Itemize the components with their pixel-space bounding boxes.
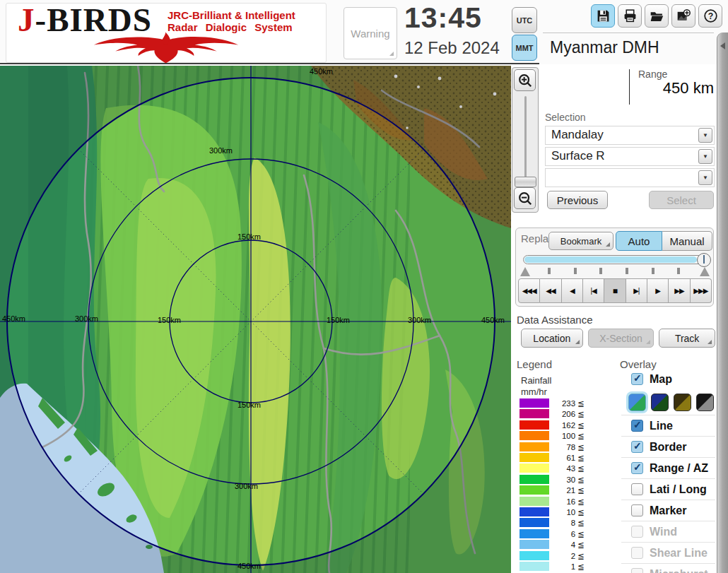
save-button[interactable] [591,4,615,28]
site-dropdown-button[interactable]: ▼ [698,128,712,143]
help-button[interactable]: ? [698,4,722,28]
bookmark-label: Bookmark [560,236,602,247]
track-button[interactable]: Track [659,329,715,348]
help-icon: ? [703,8,718,23]
legend-color-swatch [519,409,549,418]
menu-corner-icon [606,242,610,247]
add-image-icon [676,8,691,23]
replay-manual-button[interactable]: Manual [662,231,712,251]
header-divider [0,63,539,64]
map-style-swatch[interactable] [674,394,691,411]
overlay-item-label: Map [650,373,672,386]
overlay-item-line[interactable]: ✓Line [621,415,715,436]
site-dropdown[interactable]: Mandalay ▼ [545,126,715,145]
checkbox[interactable]: ✓ [631,373,643,385]
map-style-swatch[interactable] [651,394,669,411]
step-forward-button[interactable]: ▶| [626,278,647,303]
play-backward-button[interactable]: ◀ [562,278,583,303]
legend-color-swatch [519,562,549,571]
bookmark-button[interactable]: Bookmark [548,232,613,250]
legend-unit-line1: Rainfall [521,375,551,386]
legend-color-swatch [519,398,549,408]
print-button[interactable] [618,4,642,28]
range-label: Range [638,69,667,80]
checkbox[interactable] [631,483,643,495]
radar-map-display[interactable]: 450km300km150km150km300km450km450km300km… [0,66,511,573]
fast-rewind-3-button[interactable]: ◀◀◀ [518,278,540,303]
overlay-item-shear-line[interactable]: Shear Line [621,542,715,563]
checkbox[interactable]: ✓ [631,441,643,453]
zoom-in-button[interactable] [514,69,536,91]
legend-color-swatch [519,507,549,516]
checkbox[interactable] [631,504,643,516]
legend-entry: 16 ≦ [519,497,587,507]
fast-rewind-2-button[interactable]: ◀◀ [540,278,561,303]
add-image-button[interactable] [671,4,695,28]
legend-entries: 233 ≦206 ≦162 ≦100 ≦78 ≦61 ≦43 ≦30 ≦21 ≦… [519,398,587,573]
legend-value: 6 ≦ [552,529,585,539]
toolbar-divider [543,33,714,33]
warning-button[interactable]: Warning [344,7,397,59]
map-style-swatch[interactable] [696,394,714,411]
previous-button[interactable]: Previous [547,191,608,209]
station-title: Myanmar DMH [550,38,659,57]
range-ring-label: 450km [2,314,25,323]
legend-value: 16 ≦ [552,497,585,507]
legend-entry: 78 ≦ [519,442,587,452]
legend-entry: 10 ≦ [519,507,587,517]
overlay-item-map[interactable]: ✓Map [621,369,715,389]
select-button[interactable]: Select [649,191,714,209]
overlay-item-border[interactable]: ✓Border [621,436,715,457]
legend-label: Legend [517,358,552,370]
fast-forward-3-button[interactable]: ▶▶▶ [691,278,712,303]
menu-corner-icon [646,340,650,344]
eagle-logo-icon [13,32,319,64]
overlay-item-range-az[interactable]: ✓Range / AZ [621,457,715,478]
legend-entry: 6 ≦ [519,529,587,539]
zoom-slider-thumb[interactable] [515,177,536,187]
map-style-swatch[interactable] [628,394,646,411]
range-ring-label: 300km [209,146,233,155]
stop-button[interactable]: ■ [604,278,626,303]
x-section-button[interactable]: X-Section [588,329,654,348]
legend-entry: 61 ≦ [519,453,587,463]
overlay-item-microburst[interactable]: Microburst [621,563,715,573]
checkbox[interactable] [631,526,643,538]
legend-color-swatch [519,497,549,506]
overlay-item-label: Marker [650,504,686,517]
legend-value: 21 ≦ [552,485,585,495]
product-dropdown-button[interactable]: ▼ [698,149,712,164]
legend-value: 10 ≦ [552,507,585,517]
open-folder-button[interactable] [645,4,669,28]
panel-splitter[interactable] [717,33,728,573]
checkbox[interactable] [631,568,643,573]
print-icon [623,8,638,23]
option-dropdown-button[interactable]: ▼ [698,170,712,185]
replay-slider-track[interactable] [523,255,706,264]
chevron-down-icon: ▼ [703,132,708,138]
replay-auto-button[interactable]: Auto [616,231,662,251]
checkbox[interactable] [631,547,643,559]
checkbox[interactable]: ✓ [631,462,643,474]
option-dropdown[interactable]: ▼ [545,168,715,187]
play-button[interactable]: ▶ [647,278,669,303]
zoom-slider-track[interactable] [524,96,527,178]
overlay-item-marker[interactable]: Marker [621,500,715,521]
legend-value: 1 ≦ [552,562,585,572]
legend-unit-line2: mm/hr [521,386,547,397]
range-ring-label: 150km [237,232,261,241]
range-ring-label: 300km [75,314,98,323]
step-back-button[interactable]: |◀ [583,278,604,303]
legend-entry: 8 ≦ [519,518,587,528]
replay-slider-handle[interactable] [697,253,711,267]
timezone-utc-button[interactable]: UTC [512,7,537,33]
zoom-out-button[interactable] [514,187,536,209]
legend-entry: 43 ≦ [519,463,587,473]
product-dropdown[interactable]: Surface R ▼ [545,147,715,166]
checkbox[interactable]: ✓ [631,420,643,432]
fast-forward-2-button[interactable]: ▶▶ [669,278,690,303]
overlay-item-wind[interactable]: Wind [621,521,715,542]
location-button[interactable]: Location [521,329,583,348]
overlay-item-lati-long[interactable]: Lati / Long [621,478,715,500]
timezone-mmt-button[interactable]: MMT [512,35,537,61]
